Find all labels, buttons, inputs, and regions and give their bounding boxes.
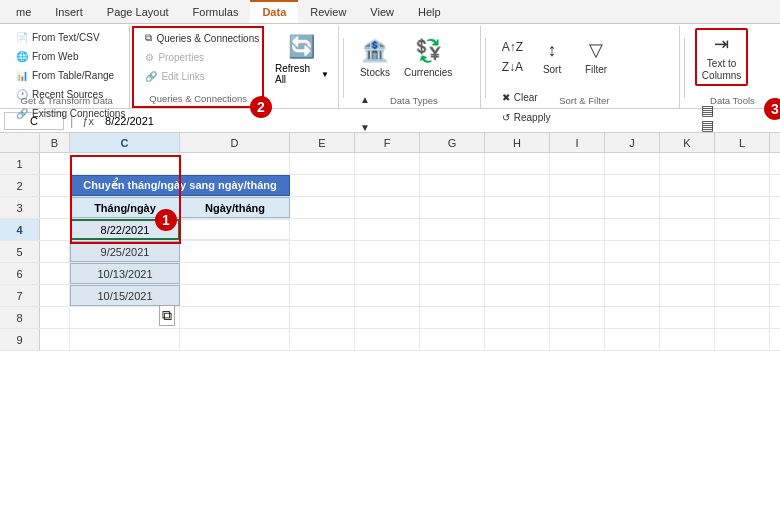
cell-m3[interactable] <box>770 197 780 218</box>
cell-f5[interactable] <box>355 241 420 262</box>
cell-m1[interactable] <box>770 153 780 174</box>
cell-l9[interactable] <box>715 329 770 350</box>
cell-e2[interactable] <box>290 175 355 196</box>
cell-d1[interactable] <box>180 153 290 174</box>
tab-me[interactable]: me <box>4 0 43 23</box>
cell-k9[interactable] <box>660 329 715 350</box>
cell-i6[interactable] <box>550 263 605 284</box>
btn-edit-links[interactable]: 🔗 Edit Links <box>139 67 210 85</box>
cell-g3[interactable] <box>420 197 485 218</box>
cell-k6[interactable] <box>660 263 715 284</box>
cell-j9[interactable] <box>605 329 660 350</box>
cell-j4[interactable] <box>605 219 660 240</box>
cell-m6[interactable] <box>770 263 780 284</box>
col-k[interactable]: K <box>660 133 715 152</box>
cell-i3[interactable] <box>550 197 605 218</box>
refresh-dropdown[interactable]: Refresh All ▼ <box>275 63 329 86</box>
cell-b6[interactable] <box>40 263 70 284</box>
cell-h2[interactable] <box>485 175 550 196</box>
cell-j8[interactable] <box>605 307 660 328</box>
cell-c8[interactable]: ⧉ <box>70 307 180 328</box>
btn-reapply[interactable]: ↺ Reapply <box>496 108 562 126</box>
cell-d9[interactable] <box>180 329 290 350</box>
cell-k1[interactable] <box>660 153 715 174</box>
tab-data[interactable]: Data <box>250 0 298 23</box>
cell-e3[interactable] <box>290 197 355 218</box>
cell-i8[interactable] <box>550 307 605 328</box>
btn-from-web[interactable]: 🌐 From Web <box>10 47 85 65</box>
cell-k8[interactable] <box>660 307 715 328</box>
cell-l3[interactable] <box>715 197 770 218</box>
tab-insert[interactable]: Insert <box>43 0 95 23</box>
tab-help[interactable]: Help <box>406 0 453 23</box>
cell-e7[interactable] <box>290 285 355 306</box>
cell-k3[interactable] <box>660 197 715 218</box>
cell-g4[interactable] <box>420 219 485 240</box>
cell-l4[interactable] <box>715 219 770 240</box>
btn-properties[interactable]: ⚙ Properties <box>139 48 210 66</box>
cell-i9[interactable] <box>550 329 605 350</box>
tab-formulas[interactable]: Formulas <box>181 0 251 23</box>
cell-c6[interactable]: 10/13/2021 <box>70 263 180 284</box>
cell-c1[interactable] <box>70 153 180 174</box>
cell-e1[interactable] <box>290 153 355 174</box>
btn-sort-za[interactable]: Z↓A <box>496 58 529 76</box>
btn-queries-connections[interactable]: ⧉ Queries & Connections <box>139 29 265 47</box>
cell-h9[interactable] <box>485 329 550 350</box>
cell-i7[interactable] <box>550 285 605 306</box>
cell-m9[interactable] <box>770 329 780 350</box>
cell-k4[interactable] <box>660 219 715 240</box>
cell-i1[interactable] <box>550 153 605 174</box>
btn-from-table[interactable]: 📊 From Table/Range <box>10 66 120 84</box>
col-g[interactable]: G <box>420 133 485 152</box>
cell-l8[interactable] <box>715 307 770 328</box>
cell-m7[interactable] <box>770 285 780 306</box>
cell-b5[interactable] <box>40 241 70 262</box>
tab-page-layout[interactable]: Page Layout <box>95 0 181 23</box>
cell-f6[interactable] <box>355 263 420 284</box>
cell-l1[interactable] <box>715 153 770 174</box>
cell-l7[interactable] <box>715 285 770 306</box>
cell-d5[interactable] <box>180 241 290 262</box>
cell-h7[interactable] <box>485 285 550 306</box>
cell-j1[interactable] <box>605 153 660 174</box>
cell-d6[interactable] <box>180 263 290 284</box>
paste-icon[interactable]: ⧉ <box>159 305 175 326</box>
btn-sort-az[interactable]: A↑Z <box>496 38 529 56</box>
cell-f1[interactable] <box>355 153 420 174</box>
cell-h5[interactable] <box>485 241 550 262</box>
cell-m4[interactable] <box>770 219 780 240</box>
cell-c5[interactable]: 9/25/2021 <box>70 241 180 262</box>
cell-b1[interactable] <box>40 153 70 174</box>
col-b[interactable]: B <box>40 133 70 152</box>
btn-from-text-csv[interactable]: 📄 From Text/CSV <box>10 28 106 46</box>
cell-l5[interactable] <box>715 241 770 262</box>
col-l[interactable]: L <box>715 133 770 152</box>
cell-f2[interactable] <box>355 175 420 196</box>
cell-l2[interactable] <box>715 175 770 196</box>
cell-m2[interactable] <box>770 175 780 196</box>
cell-m5[interactable] <box>770 241 780 262</box>
cell-d4[interactable] <box>180 219 290 240</box>
cell-c7[interactable]: 10/15/2021 <box>70 285 180 306</box>
col-j[interactable]: J <box>605 133 660 152</box>
cell-g2[interactable] <box>420 175 485 196</box>
cell-g9[interactable] <box>420 329 485 350</box>
cell-g8[interactable] <box>420 307 485 328</box>
btn-sort[interactable]: ↕ Sort <box>531 28 573 86</box>
cell-d3[interactable]: Ngày/tháng <box>180 197 290 218</box>
cell-j3[interactable] <box>605 197 660 218</box>
cell-k5[interactable] <box>660 241 715 262</box>
cell-g6[interactable] <box>420 263 485 284</box>
cell-f8[interactable] <box>355 307 420 328</box>
cell-j7[interactable] <box>605 285 660 306</box>
btn-filter[interactable]: ▽ Filter <box>575 28 617 86</box>
cell-g7[interactable] <box>420 285 485 306</box>
col-f[interactable]: F <box>355 133 420 152</box>
cell-f3[interactable] <box>355 197 420 218</box>
cell-b9[interactable] <box>40 329 70 350</box>
cell-b4[interactable] <box>40 219 70 240</box>
col-c[interactable]: C <box>70 133 180 152</box>
cell-h3[interactable] <box>485 197 550 218</box>
cell-h4[interactable] <box>485 219 550 240</box>
